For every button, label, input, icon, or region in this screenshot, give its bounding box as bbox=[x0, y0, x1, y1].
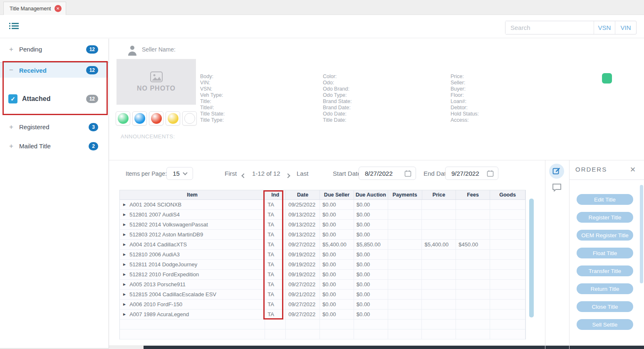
item-label: 512803 2012 Aston MartinDB9 bbox=[129, 231, 203, 238]
row-expand-icon[interactable]: ▶ bbox=[123, 243, 126, 246]
field-label: Odo Brand: bbox=[323, 86, 352, 92]
float-title-button[interactable]: Float Title bbox=[577, 248, 633, 258]
expand-icon[interactable]: + bbox=[7, 142, 15, 150]
table-row[interactable]: ▶A004 2014 CadillacXTSTA09/27/2022$5,400… bbox=[120, 240, 525, 250]
row-expand-icon[interactable]: ▶ bbox=[123, 223, 126, 226]
vsn-button[interactable]: VSN bbox=[594, 21, 615, 34]
cell-ind: TA bbox=[265, 200, 286, 210]
row-expand-icon[interactable]: ▶ bbox=[123, 302, 126, 306]
row-expand-icon[interactable]: ▶ bbox=[123, 213, 126, 216]
close-title-button[interactable]: Close Title bbox=[577, 301, 633, 312]
column-header-goods[interactable]: Goods bbox=[490, 190, 525, 200]
cell-ind: TA bbox=[265, 240, 286, 250]
table-row[interactable]: ▶512810 2006 AudiA3TA09/19/2022$0.00$0.0… bbox=[120, 250, 525, 260]
status-light-red[interactable] bbox=[149, 111, 163, 125]
comment-icon[interactable] bbox=[552, 183, 562, 194]
row-expand-icon[interactable]: ▶ bbox=[123, 292, 126, 296]
field-label: Price: bbox=[451, 74, 479, 80]
row-expand-icon[interactable]: ▶ bbox=[123, 273, 126, 276]
column-header-due-seller[interactable]: Due Seller bbox=[320, 190, 354, 200]
row-expand-icon[interactable]: ▶ bbox=[123, 263, 126, 266]
cell-ind: TA bbox=[265, 300, 286, 310]
row-expand-icon[interactable]: ▶ bbox=[123, 233, 126, 236]
column-header-fees[interactable]: Fees bbox=[456, 190, 490, 200]
column-header-due-auction[interactable]: Due Auction bbox=[354, 190, 388, 200]
table-row[interactable]: ▶512815 2004 CadillacEscalade ESVTA09/21… bbox=[120, 290, 525, 300]
column-header-price[interactable]: Price bbox=[422, 190, 456, 200]
cell-due_seller bbox=[320, 329, 354, 339]
row-expand-icon[interactable]: ▶ bbox=[123, 283, 126, 286]
field-label: Brand State: bbox=[323, 98, 352, 105]
register-title-button[interactable]: Register Title bbox=[577, 212, 633, 223]
transfer-title-button[interactable]: Transfer Title bbox=[577, 265, 633, 276]
field-label: Odo Type: bbox=[323, 92, 352, 98]
return-title-button[interactable]: Return Title bbox=[577, 283, 633, 294]
orders-close-icon[interactable]: ✕ bbox=[630, 165, 636, 174]
items-per-page-select[interactable]: 15 bbox=[166, 167, 193, 180]
tab-title-management[interactable]: Title Management ✕ bbox=[3, 2, 66, 15]
row-expand-icon[interactable]: ▶ bbox=[123, 203, 126, 206]
expand-icon[interactable]: + bbox=[7, 123, 15, 131]
column-header-item[interactable]: Item bbox=[120, 190, 265, 200]
seller-name-label: Seller Name: bbox=[142, 46, 176, 53]
cell-item bbox=[120, 320, 265, 329]
table-row[interactable]: ▶A007 1989 AcuraLegendTA09/27/2022$0.00$… bbox=[120, 310, 525, 320]
status-light-green[interactable] bbox=[116, 111, 130, 125]
sidebar-item-registered[interactable]: + Registered 3 bbox=[0, 119, 109, 135]
cell-fees bbox=[456, 290, 490, 300]
end-date-input[interactable]: 9/27/2022 bbox=[445, 167, 498, 180]
column-header-payments[interactable]: Payments bbox=[388, 190, 422, 200]
table-row[interactable]: ▶512802 2014 VolkswagenPassatTA09/13/202… bbox=[120, 220, 525, 230]
field-label: Buyer: bbox=[451, 86, 479, 92]
status-light-blue[interactable] bbox=[132, 111, 147, 125]
row-expand-icon[interactable]: ▶ bbox=[123, 312, 126, 316]
first-page-button[interactable]: First bbox=[225, 170, 237, 177]
table-scrollbar[interactable] bbox=[529, 199, 534, 317]
titles-table: ItemIndDateDue SellerDue AuctionPayments… bbox=[119, 190, 526, 339]
sidebar-item-attached[interactable]: ✓ Attached 12 bbox=[0, 91, 109, 106]
oem-register-title-button[interactable]: OEM Register Title bbox=[577, 230, 633, 241]
status-light-yellow[interactable] bbox=[166, 111, 180, 125]
cell-date bbox=[286, 320, 320, 329]
calendar-icon bbox=[487, 170, 494, 177]
vin-button[interactable]: VIN bbox=[615, 21, 636, 34]
collapse-icon[interactable]: − bbox=[7, 66, 15, 74]
cell-ind: TA bbox=[265, 220, 286, 230]
sidebar-item-pending[interactable]: + Pending 12 bbox=[0, 42, 109, 57]
table-row[interactable]: ▶A006 2010 FordF-150TA09/27/2022$0.00$0.… bbox=[120, 300, 525, 310]
menu-list-icon[interactable] bbox=[8, 21, 20, 31]
sell-settle-button[interactable]: Sell Settle bbox=[577, 319, 633, 330]
next-page-icon[interactable] bbox=[286, 172, 290, 179]
table-row[interactable]: ▶A001 2004 SCIONXBTA09/25/2022$0.00$0.00 bbox=[120, 200, 525, 210]
orders-panel-title: ORDERS bbox=[575, 166, 607, 173]
search-input[interactable] bbox=[505, 21, 594, 34]
cell-ind: TA bbox=[265, 290, 286, 300]
status-light-white[interactable] bbox=[182, 111, 197, 125]
tab-close-icon[interactable]: ✕ bbox=[54, 5, 62, 12]
expand-icon[interactable]: + bbox=[7, 45, 15, 54]
sidebar-item-received[interactable]: − Received 12 bbox=[0, 62, 109, 78]
divider bbox=[109, 160, 644, 160]
table-row[interactable]: ▶512803 2012 Aston MartinDB9TA09/13/2022… bbox=[120, 230, 525, 240]
table-row[interactable]: ▶512811 2014 DodgeJourneyTA09/19/2022$0.… bbox=[120, 260, 525, 270]
item-label: 512811 2014 DodgeJourney bbox=[129, 261, 197, 268]
table-row[interactable]: ▶512801 2007 AudiS4TA09/13/2022$0.00$0.0… bbox=[120, 210, 525, 220]
field-label: Title: bbox=[200, 98, 225, 105]
edit-pencil-icon[interactable] bbox=[549, 164, 564, 179]
cell-due_seller: $0.00 bbox=[320, 260, 354, 270]
tab-label: Title Management bbox=[10, 6, 51, 12]
prev-page-icon[interactable] bbox=[242, 172, 245, 179]
row-expand-icon[interactable]: ▶ bbox=[123, 253, 126, 256]
edit-title-button[interactable]: Edit Title bbox=[577, 194, 633, 205]
cell-fees bbox=[456, 250, 490, 260]
cell-due_seller: $0.00 bbox=[320, 290, 354, 300]
orders-scrollbar[interactable] bbox=[640, 185, 643, 283]
attached-checkbox-checked[interactable]: ✓ bbox=[8, 94, 17, 103]
column-header-date[interactable]: Date bbox=[286, 190, 320, 200]
start-date-input[interactable]: 8/27/2022 bbox=[359, 167, 416, 180]
table-row[interactable]: ▶A005 2013 Porsche911TA09/27/2022$0.00$0… bbox=[120, 280, 525, 290]
sidebar-item-mailed-title[interactable]: + Mailed Title 2 bbox=[0, 138, 109, 154]
column-header-ind[interactable]: Ind bbox=[265, 190, 286, 200]
table-row[interactable]: ▶512812 2010 FordExpeditionTA09/19/2022$… bbox=[120, 270, 525, 280]
last-page-button[interactable]: Last bbox=[297, 170, 308, 177]
